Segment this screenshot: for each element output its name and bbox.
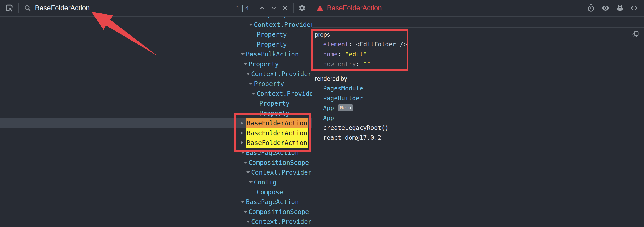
rendered-by-section: rendered by PagesModulePageBuilderAppMem… — [312, 71, 644, 142]
component-name: Context.Provider — [251, 70, 312, 78]
copy-props-button[interactable] — [632, 31, 639, 38]
component-name: BaseFolderAction — [246, 118, 308, 128]
caret-down-icon[interactable] — [252, 93, 256, 95]
caret-right-icon[interactable] — [241, 131, 246, 135]
caret-down-icon[interactable] — [241, 201, 246, 203]
toolbar-divider — [254, 3, 254, 13]
prop-name: element — [323, 41, 349, 48]
tree-row[interactable]: Property — [0, 59, 312, 69]
owner-component-link[interactable]: PagesModule — [323, 85, 363, 92]
owner-component-link[interactable]: App — [323, 114, 334, 121]
search-input[interactable] — [34, 4, 160, 12]
owner-component-link[interactable]: App — [323, 104, 334, 112]
caret-down-icon[interactable] — [241, 152, 246, 154]
tree-row[interactable]: BasePageAction — [0, 148, 312, 158]
tree-row[interactable]: Property — [0, 79, 312, 89]
owner-root-label: react-dom@17.0.2 — [323, 134, 381, 141]
tree-row[interactable]: BaseFolderAction — [0, 128, 312, 138]
copy-icon — [632, 31, 639, 38]
component-name: BasePageAction — [246, 198, 299, 206]
prop-row: new entry:"" — [312, 59, 644, 69]
warning-icon — [316, 4, 324, 12]
props-section: props element:<EditFolder />name:"edit"n… — [312, 28, 644, 71]
prop-name[interactable]: new entry — [323, 60, 356, 68]
component-name: BaseFolderAction — [246, 138, 308, 148]
component-name: Config — [254, 179, 276, 186]
tree-row[interactable]: BaseFolderAction — [0, 118, 312, 128]
inspected-element-panel: BaseFolderAction — [312, 0, 644, 227]
tree-row-partial[interactable]: Property — [0, 16, 312, 20]
component-name: Context.Provider — [251, 169, 312, 176]
code-brackets-icon — [630, 4, 638, 12]
caret-down-icon[interactable] — [244, 211, 248, 213]
caret-down-icon[interactable] — [244, 63, 248, 65]
caret-down-icon[interactable] — [246, 172, 251, 174]
toolbar-divider — [293, 3, 294, 13]
close-icon — [282, 5, 288, 12]
caret-down-icon[interactable] — [244, 162, 248, 164]
caret-down-icon[interactable] — [249, 83, 254, 85]
tree-row[interactable]: CompositionScope — [0, 158, 312, 168]
tree-row[interactable]: Property — [0, 108, 312, 118]
tree-row[interactable]: Context.Provider — [0, 168, 312, 177]
component-name: Property — [256, 16, 287, 18]
rendered-by-row: PageBuilder — [312, 93, 644, 103]
rendered-by-title: rendered by — [312, 74, 644, 83]
chevron-up-icon — [259, 5, 266, 12]
inspect-dom-button[interactable] — [601, 4, 610, 12]
search-result-count: 1 | 4 — [236, 4, 249, 12]
component-name: CompositionScope — [248, 159, 309, 166]
inspected-element-header: BaseFolderAction — [312, 0, 644, 16]
tree-row[interactable]: Context.Provider — [0, 89, 312, 98]
inspected-element-title: BaseFolderAction — [327, 4, 382, 12]
caret-down-icon[interactable] — [246, 73, 251, 75]
tree-row[interactable]: Property — [0, 98, 312, 108]
tree-row[interactable]: CompositionScope — [0, 207, 312, 217]
tree-row[interactable]: Config — [0, 177, 312, 187]
clear-search-button[interactable] — [282, 5, 288, 12]
inspect-element-button[interactable] — [5, 4, 14, 12]
owner-root-label: createLegacyRoot() — [323, 124, 389, 131]
rendered-by-row: react-dom@17.0.2 — [312, 132, 644, 142]
tree-row[interactable]: Compose — [0, 187, 312, 197]
tree-row[interactable]: Context.Provider — [0, 69, 312, 79]
prop-name: name — [323, 50, 338, 58]
caret-down-icon[interactable] — [241, 53, 246, 55]
caret-right-icon[interactable] — [241, 121, 246, 125]
suspense-toggle-button[interactable] — [587, 4, 595, 12]
component-name: BaseFolderAction — [246, 128, 308, 138]
tree-row[interactable]: Property — [0, 30, 312, 40]
prop-value[interactable]: <EditFolder /> — [356, 41, 407, 48]
previous-match-button[interactable] — [259, 5, 266, 12]
component-name: BaseBulkAction — [246, 50, 299, 58]
component-name: Context.Provider — [251, 218, 312, 226]
inspect-element-icon — [5, 4, 14, 12]
log-component-button[interactable] — [616, 4, 624, 12]
bug-icon — [616, 4, 624, 12]
tree-row[interactable]: Context.Provider — [0, 217, 312, 226]
caret-down-icon[interactable] — [249, 181, 254, 183]
settings-button[interactable] — [298, 4, 306, 12]
caret-right-icon[interactable] — [241, 141, 246, 144]
tree-row[interactable]: Property — [0, 40, 312, 49]
prop-colon: : — [338, 50, 341, 58]
gear-icon — [298, 4, 306, 12]
owner-component-link[interactable]: PageBuilder — [323, 95, 363, 102]
prop-value[interactable]: "edit" — [345, 50, 367, 58]
component-name: Context.Provider — [256, 90, 312, 98]
view-source-button[interactable] — [630, 4, 638, 12]
component-name: Context.Provider — [254, 21, 312, 28]
next-match-button[interactable] — [270, 5, 277, 12]
tree-row[interactable]: BaseFolderAction — [0, 138, 312, 148]
tree-row[interactable]: Context.Provider — [0, 20, 312, 30]
eye-icon — [601, 4, 610, 12]
component-name: BasePageAction — [246, 149, 299, 156]
component-name: Property — [256, 31, 287, 38]
caret-down-icon[interactable] — [246, 221, 251, 223]
caret-down-icon[interactable] — [249, 24, 254, 26]
prop-value[interactable]: "" — [364, 60, 371, 68]
component-name: Property — [259, 100, 290, 107]
tree-row[interactable]: BaseBulkAction — [0, 49, 312, 59]
element-actions — [587, 4, 638, 12]
tree-row[interactable]: BasePageAction — [0, 197, 312, 207]
